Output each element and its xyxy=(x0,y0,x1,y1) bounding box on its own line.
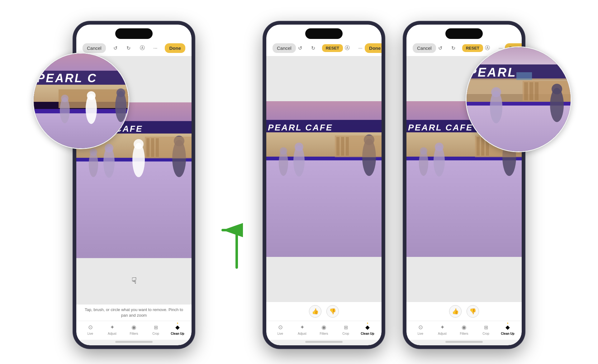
phone1-toolbar-icons: ↺ ↻ xyxy=(111,44,133,53)
phone2-nav-adjust[interactable]: ✦ Adjust xyxy=(294,324,310,335)
phone1-filters-icon: ◉ xyxy=(130,324,138,331)
phone1-live-icon: ⊙ xyxy=(87,324,94,331)
svg-point-24 xyxy=(90,149,97,156)
phone1-adjust-icon: ✦ xyxy=(108,324,116,331)
phone1-magnifier: PEARL C xyxy=(33,53,129,149)
phone2-adjust-label: Adjust xyxy=(298,332,306,335)
phone2-more-icon[interactable]: ··· xyxy=(356,44,365,53)
phone3-nav-adjust[interactable]: ✦ Adjust xyxy=(434,324,450,335)
phone1-more-icon[interactable]: ··· xyxy=(151,44,160,53)
phone1-live-label: Live xyxy=(88,332,93,335)
phone3-nav-cleanup[interactable]: ◆ Clean Up xyxy=(500,324,516,335)
phone3-thumbsup-button[interactable]: 👍 xyxy=(449,305,462,318)
svg-point-8 xyxy=(87,91,96,100)
svg-rect-57 xyxy=(535,82,539,100)
svg-point-22 xyxy=(105,144,113,153)
svg-point-61 xyxy=(552,84,562,94)
phone1-filters-label: Filters xyxy=(130,332,138,335)
phone1-nav-adjust[interactable]: ✦ Adjust xyxy=(104,324,120,335)
phone2-nav-filters[interactable]: ◉ Filters xyxy=(316,324,332,335)
phone2-left-icons: ↺ ↻ RESET xyxy=(296,44,343,53)
phone2-redo-icon[interactable]: ↻ xyxy=(309,44,318,53)
phone1-redo-icon[interactable]: ↻ xyxy=(124,44,133,53)
phone2-nav-live[interactable]: ⊙ Live xyxy=(272,324,288,335)
phone2-nav-cleanup[interactable]: ◆ Clean Up xyxy=(359,324,376,335)
phone2-wrapper: Cancel ↺ ↻ RESET Ⓐ ··· Done xyxy=(263,21,385,348)
phone2-filters-icon: ◉ xyxy=(320,324,328,331)
phone3-auto-icon[interactable]: Ⓐ xyxy=(483,44,492,53)
phone2-nav-crop[interactable]: ⊞ Crop xyxy=(338,324,354,335)
phone1-adjust-label: Adjust xyxy=(108,332,116,335)
phone3-feedback-row: 👍 👎 xyxy=(406,302,522,321)
phone3-thumbsdown-button[interactable]: 👎 xyxy=(467,305,479,318)
svg-rect-77 xyxy=(481,137,484,156)
phone1-dynamic-island xyxy=(115,28,153,39)
phone3-nav-filters[interactable]: ◉ Filters xyxy=(456,324,472,335)
phone1-cancel-button[interactable]: Cancel xyxy=(83,43,106,53)
phone2-undo-icon[interactable]: ↺ xyxy=(296,44,305,53)
svg-rect-56 xyxy=(529,82,533,100)
phone1-nav-crop[interactable]: ⊞ Crop xyxy=(148,324,164,335)
phone2-done-button[interactable]: Done xyxy=(365,43,382,53)
svg-point-20 xyxy=(134,139,144,149)
svg-point-12 xyxy=(116,88,125,97)
phone1-nav-filters[interactable]: ◉ Filters xyxy=(126,324,142,335)
phone3-crop-icon: ⊞ xyxy=(482,324,490,331)
phone2-auto-icon[interactable]: Ⓐ xyxy=(343,44,352,53)
phone3-wrapper: PEARL xyxy=(403,21,525,348)
svg-point-10 xyxy=(61,95,69,102)
phone2-crop-icon: ⊞ xyxy=(342,324,349,331)
phone2-crop-label: Crop xyxy=(342,332,349,335)
phone2-live-label: Live xyxy=(278,332,283,335)
phone1-bottom-nav[interactable]: ⊙ Live ✦ Adjust ◉ Filters ⊞ Crop xyxy=(76,321,192,340)
phone1-nav-cleanup[interactable]: ◆ Clean Up xyxy=(169,324,186,335)
svg-point-70 xyxy=(435,143,444,151)
svg-rect-55 xyxy=(524,82,528,100)
phone3-live-label: Live xyxy=(418,332,423,335)
phone3-undo-icon[interactable]: ↺ xyxy=(436,44,445,53)
phone2-cancel-button[interactable]: Cancel xyxy=(273,43,296,53)
svg-text:PEARL CAFE: PEARL CAFE xyxy=(268,123,333,132)
phone3-magnifier-content: PEARL xyxy=(467,47,572,152)
green-arrow xyxy=(213,215,244,271)
phone3-filters-icon: ◉ xyxy=(460,324,468,331)
phone2-thumbsdown-button[interactable]: 👎 xyxy=(326,305,339,318)
phone3-dynamic-island xyxy=(445,28,483,39)
phone3-bottom-nav[interactable]: ⊙ Live ✦ Adjust ◉ Filters ⊞ Crop xyxy=(406,321,522,340)
svg-rect-47 xyxy=(346,137,349,156)
phone1-crop-icon: ⊞ xyxy=(152,324,159,331)
phone1-instruction: Tap, brush, or circle what you want to r… xyxy=(76,305,192,321)
phone2-bottom-nav[interactable]: ⊙ Live ✦ Adjust ◉ Filters ⊞ Crop xyxy=(266,321,382,340)
phone3-cancel-button[interactable]: Cancel xyxy=(413,43,436,53)
phone2-home-bar xyxy=(305,341,343,343)
phone2-cleanup-icon: ◆ xyxy=(364,324,371,331)
svg-rect-46 xyxy=(341,137,344,156)
phone3-crop-label: Crop xyxy=(482,332,489,335)
svg-rect-62 xyxy=(516,72,532,80)
phone3-adjust-label: Adjust xyxy=(438,332,447,335)
phone1-undo-icon[interactable]: ↺ xyxy=(111,44,120,53)
svg-point-59 xyxy=(491,87,501,97)
phone3-home-bar xyxy=(445,341,483,343)
phone3-nav-live[interactable]: ⊙ Live xyxy=(412,324,429,335)
phone1-hand-cursor: ☟ xyxy=(131,276,137,286)
phone3-reset-button[interactable]: RESET xyxy=(462,44,483,52)
phone2-cleanup-label: Clean Up xyxy=(361,332,374,335)
phone2-thumbsup-button[interactable]: 👍 xyxy=(309,305,321,318)
phone3-filters-label: Filters xyxy=(460,332,468,335)
phone2-reset-button[interactable]: RESET xyxy=(322,44,343,52)
svg-rect-5 xyxy=(34,109,129,113)
phone1-nav-live[interactable]: ⊙ Live xyxy=(82,324,98,335)
phone1-instruction-text: Tap, brush, or circle what you want to r… xyxy=(85,307,183,318)
phone3-nav-crop[interactable]: ⊞ Crop xyxy=(478,324,494,335)
phone1-home-bar xyxy=(115,341,153,343)
svg-rect-28 xyxy=(146,138,150,157)
svg-text:PEARL C: PEARL C xyxy=(37,72,97,85)
svg-rect-76 xyxy=(477,137,480,156)
phone1-auto-icon[interactable]: Ⓐ xyxy=(138,44,147,53)
phone3-left-icons: ↺ ↻ RESET xyxy=(436,44,483,53)
phone3-redo-icon[interactable]: ↻ xyxy=(449,44,458,53)
phone2-photo-area: PEARL CAFE xyxy=(266,56,382,302)
phone1-crop-label: Crop xyxy=(152,332,159,335)
phone1-done-button[interactable]: Done xyxy=(165,43,185,53)
